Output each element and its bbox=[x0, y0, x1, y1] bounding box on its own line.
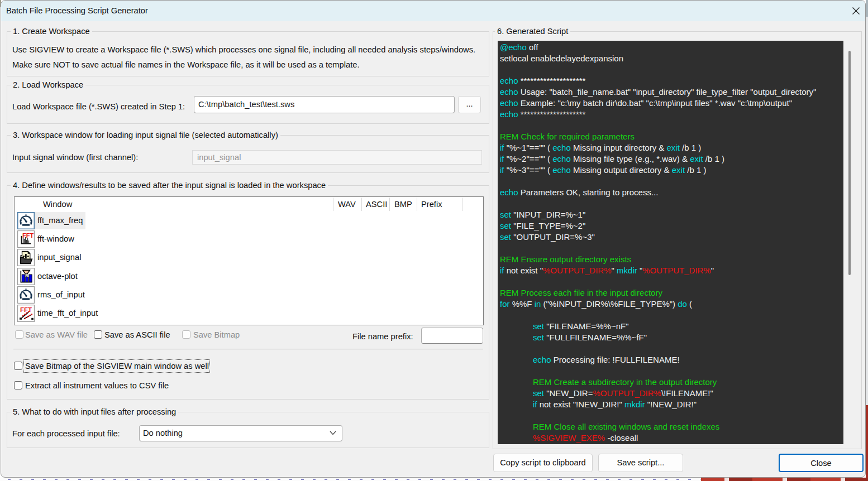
svg-text:FFT: FFT bbox=[22, 232, 34, 239]
svg-text:FFT: FFT bbox=[20, 306, 32, 313]
